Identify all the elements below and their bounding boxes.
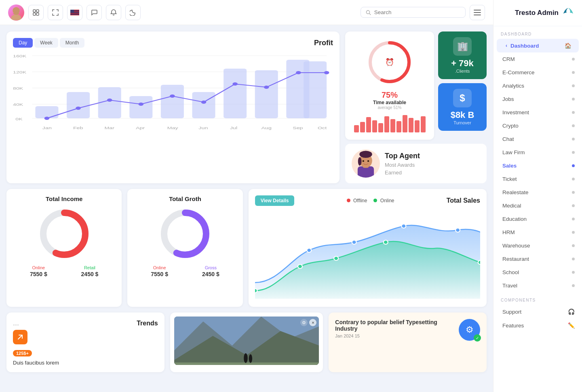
moon-icon-button[interactable] <box>125 5 141 20</box>
dots-menu[interactable]: ... <box>13 319 19 327</box>
svg-text:120K: 120K <box>13 70 26 75</box>
sidebar-label-dashboard: Dashboard <box>510 43 539 49</box>
svg-rect-12 <box>70 10 74 13</box>
svg-rect-61 <box>384 116 389 132</box>
sidebar-item-warehouse[interactable]: Warehouse <box>493 239 582 252</box>
svg-point-87 <box>478 260 480 264</box>
promo-title: Contrary to popular belief Typesetting I… <box>335 319 459 332</box>
gauge-label: Time available <box>373 100 406 105</box>
sidebar-item-school[interactable]: School <box>493 266 582 279</box>
total-groth-card: Total Groth Online 7550 $ Gross 2450 $ <box>127 189 242 307</box>
view-details-button[interactable]: View Details <box>255 195 295 206</box>
agent-sub2: Earned <box>385 170 420 176</box>
search-icon <box>366 10 371 15</box>
offline-label: Offline <box>353 198 367 203</box>
sidebar-item-sales[interactable]: Sales <box>493 159 582 172</box>
sidebar-label-ticket: Ticket <box>502 176 517 182</box>
dot-icon <box>572 284 575 287</box>
sales-legend: Offline Online <box>347 198 394 203</box>
sidebar-label-features: Features <box>502 323 524 329</box>
grid-icon-button[interactable] <box>28 5 44 20</box>
sidebar-item-lawfirm[interactable]: Law Firm <box>493 146 582 159</box>
sidebar-item-features[interactable]: Features ✏️ <box>493 319 582 332</box>
chat-icon-button[interactable] <box>86 5 102 20</box>
agent-info: Top Agent Most Awards Earned <box>385 152 420 176</box>
gauge-percent: 75% <box>382 90 398 100</box>
sidebar-item-hrm[interactable]: HRM <box>493 226 582 239</box>
fullscreen-icon-button[interactable] <box>48 5 63 20</box>
online-legend-dot <box>373 199 377 202</box>
sidebar-item-chat[interactable]: Chat <box>493 132 582 146</box>
svg-rect-29 <box>192 92 215 118</box>
search-input[interactable] <box>374 9 460 15</box>
sidebar-label-jobs: Jobs <box>502 96 514 102</box>
sidebar: Tresto Admin DASHBOARD ‹ Dashboard 🏠 CRM… <box>493 0 582 392</box>
income-retail-label: Retail <box>81 265 99 270</box>
sidebar-item-investment[interactable]: Investment <box>493 106 582 119</box>
svg-text:Mar: Mar <box>105 126 115 130</box>
svg-rect-26 <box>98 87 121 118</box>
svg-rect-5 <box>33 13 36 15</box>
sidebar-label-realestate: Realestate <box>502 189 529 195</box>
tab-day[interactable]: Day <box>13 38 33 48</box>
sidebar-item-jobs[interactable]: Jobs <box>493 92 582 106</box>
dot-icon <box>572 151 575 154</box>
sidebar-item-medical[interactable]: Medical <box>493 199 582 212</box>
svg-rect-65 <box>409 118 413 132</box>
sidebar-label-investment: Investment <box>502 109 529 115</box>
sidebar-label-lawfirm: Law Firm <box>502 149 525 155</box>
menu-icon-button[interactable] <box>470 5 485 20</box>
sidebar-label-school: School <box>502 269 519 275</box>
svg-point-42 <box>296 71 301 74</box>
dot-icon <box>572 271 575 274</box>
total-income-title: Total Income <box>13 195 115 202</box>
sidebar-item-analytics[interactable]: Analytics <box>493 79 582 92</box>
sidebar-item-education[interactable]: Education <box>493 212 582 226</box>
user-avatar[interactable] <box>8 4 24 21</box>
trends-card: ... Trends 125$+ Duis faucibus lorem <box>6 312 164 372</box>
svg-text:Apr: Apr <box>136 126 145 130</box>
clients-stat-card: 🏢 + 79k .Clients <box>438 31 487 79</box>
dot-icon <box>572 124 575 127</box>
sidebar-item-support[interactable]: Support 🎧 <box>493 305 582 319</box>
sidebar-item-ecommerce[interactable]: E-Commerce <box>493 66 582 79</box>
turnover-stat-card: $ $8k B Turnover <box>438 83 487 131</box>
sidebar-item-dashboard[interactable]: ‹ Dashboard 🏠 <box>497 39 579 52</box>
agent-avatar <box>352 149 380 178</box>
svg-rect-67 <box>421 116 426 132</box>
svg-point-41 <box>264 86 269 89</box>
gauge-center: ⏰ <box>385 58 394 67</box>
sidebar-label-crypto: Crypto <box>502 123 519 129</box>
bell-icon-button[interactable] <box>106 5 121 20</box>
svg-rect-3 <box>33 10 36 12</box>
sidebar-item-realestate[interactable]: Realestate <box>493 186 582 199</box>
sidebar-item-travel[interactable]: Travel <box>493 279 582 292</box>
turnover-value: $8k B <box>451 110 474 120</box>
sidebar-label-travel: Travel <box>502 283 517 289</box>
svg-point-84 <box>334 256 338 260</box>
sidebar-label-hrm: HRM <box>502 229 515 235</box>
svg-rect-64 <box>403 115 407 132</box>
svg-point-86 <box>255 289 257 293</box>
search-bar <box>361 7 466 18</box>
chevron-icon: ‹ <box>506 43 507 48</box>
flag-icon-button[interactable] <box>67 5 82 20</box>
sidebar-label-medical: Medical <box>502 203 521 209</box>
sidebar-item-ticket[interactable]: Ticket <box>493 172 582 186</box>
dot-icon <box>572 71 575 74</box>
tab-week[interactable]: Week <box>34 38 58 48</box>
income-online-label: Online <box>30 265 47 270</box>
sidebar-brand: Tresto Admin <box>493 0 582 26</box>
svg-rect-68 <box>358 166 374 178</box>
sidebar-item-crm[interactable]: CRM <box>493 52 582 66</box>
clients-label: .Clients <box>455 69 470 73</box>
tab-month[interactable]: Month <box>60 38 84 48</box>
offline-legend-dot <box>347 199 350 202</box>
components-section-label: COMPONENTS <box>493 292 582 305</box>
svg-rect-31 <box>255 70 278 118</box>
dot-icon <box>572 138 575 140</box>
top-agent-card: Top Agent Most Awards Earned <box>345 144 487 183</box>
sidebar-item-restaurant[interactable]: Restaurant <box>493 252 582 266</box>
sidebar-item-crypto[interactable]: Crypto <box>493 119 582 132</box>
svg-text:40K: 40K <box>13 103 23 107</box>
